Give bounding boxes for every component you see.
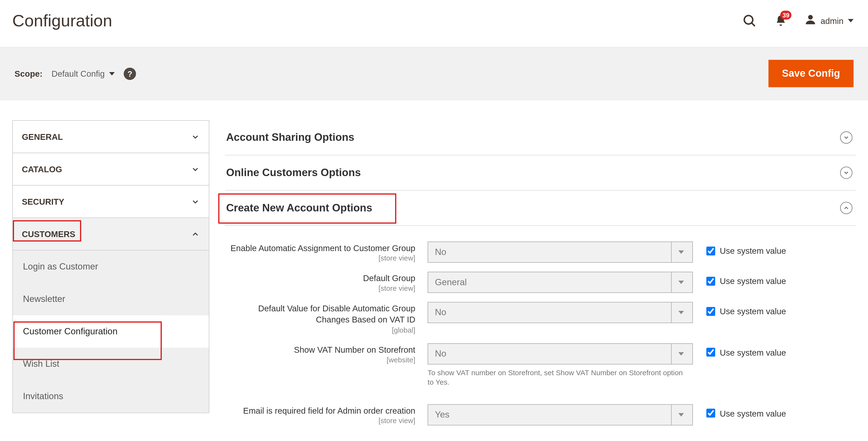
svg-line-1 bbox=[752, 23, 755, 26]
field-scope: [store view] bbox=[225, 416, 415, 425]
chevron-down-icon bbox=[671, 302, 690, 323]
sidebar-group-catalog[interactable]: Catalog bbox=[13, 153, 209, 185]
field-show-vat-storefront: Show VAT Number on Storefront [website] … bbox=[225, 343, 856, 387]
use-system-checkbox[interactable] bbox=[706, 307, 715, 316]
field-hint: To show VAT number on Storefront, set Sh… bbox=[428, 368, 691, 387]
section-online-customers[interactable]: Online Customers Options bbox=[225, 155, 856, 191]
use-system-checkbox[interactable] bbox=[706, 348, 715, 357]
sidebar-group-label: General bbox=[22, 132, 63, 141]
sidebar-group-label: Security bbox=[22, 197, 64, 206]
search-icon[interactable] bbox=[742, 13, 757, 28]
chevron-down-icon bbox=[671, 272, 690, 292]
field-select[interactable]: No bbox=[428, 343, 693, 364]
config-sidebar: General Catalog Security Customers Login… bbox=[12, 120, 209, 413]
scope-selector[interactable]: Default Config bbox=[52, 69, 115, 78]
section-title: Online Customers Options bbox=[226, 167, 361, 179]
use-system-checkbox[interactable] bbox=[706, 276, 715, 285]
help-icon[interactable]: ? bbox=[124, 67, 136, 79]
chevron-down-icon bbox=[671, 242, 690, 262]
use-system-checkbox[interactable] bbox=[706, 409, 715, 418]
field-default-group: Default Group [store view] General Use s… bbox=[225, 272, 856, 293]
field-scope: [store view] bbox=[225, 284, 415, 293]
field-label: Email is required field for Admin order … bbox=[225, 405, 415, 416]
select-value: General bbox=[435, 277, 467, 287]
user-name: admin bbox=[820, 16, 843, 25]
sidebar-group-general[interactable]: General bbox=[13, 121, 209, 153]
field-select[interactable]: Yes bbox=[428, 404, 693, 425]
sidebar-item-newsletter[interactable]: Newsletter bbox=[13, 283, 209, 315]
user-icon bbox=[805, 13, 816, 28]
chevron-down-icon bbox=[191, 197, 200, 206]
sidebar-group-label: Customers bbox=[22, 229, 75, 239]
select-value: No bbox=[435, 307, 446, 318]
field-scope: [store view] bbox=[225, 254, 415, 263]
notifications-icon[interactable]: 39 bbox=[775, 14, 787, 27]
field-email-required-admin: Email is required field for Admin order … bbox=[225, 404, 856, 425]
chevron-down-icon bbox=[191, 132, 200, 141]
sidebar-item-invitations[interactable]: Invitations bbox=[13, 380, 209, 412]
expand-icon bbox=[840, 167, 852, 179]
notifications-badge: 39 bbox=[780, 11, 792, 20]
select-value: Yes bbox=[435, 410, 450, 420]
sidebar-group-label: Catalog bbox=[22, 164, 62, 174]
select-value: No bbox=[435, 247, 446, 257]
field-select[interactable]: General bbox=[428, 272, 693, 293]
field-label: Default Value for Disable Automatic Grou… bbox=[225, 303, 415, 326]
use-system-label: Use system value bbox=[720, 347, 786, 357]
use-system-label: Use system value bbox=[720, 408, 786, 418]
svg-point-0 bbox=[744, 15, 753, 24]
field-scope: [global] bbox=[225, 326, 415, 334]
use-system-label: Use system value bbox=[720, 276, 786, 286]
field-default-disable-auto-group: Default Value for Disable Automatic Grou… bbox=[225, 302, 856, 334]
chevron-down-icon bbox=[671, 404, 690, 425]
chevron-down-icon bbox=[191, 165, 200, 174]
save-config-button[interactable]: Save Config bbox=[769, 60, 854, 87]
sidebar-item-customer-configuration[interactable]: Customer Configuration bbox=[13, 315, 209, 348]
sidebar-group-security[interactable]: Security bbox=[13, 185, 209, 218]
field-enable-auto-assignment: Enable Automatic Assignment to Customer … bbox=[225, 241, 856, 263]
section-title: Create New Account Options bbox=[226, 202, 372, 214]
chevron-down-icon bbox=[848, 19, 854, 23]
collapse-icon bbox=[840, 202, 852, 214]
scope-value: Default Config bbox=[52, 69, 105, 78]
scope-label: Scope: bbox=[14, 69, 42, 78]
chevron-down-icon bbox=[109, 72, 115, 75]
select-value: No bbox=[435, 348, 446, 359]
use-system-checkbox[interactable] bbox=[706, 246, 715, 255]
field-select[interactable]: No bbox=[428, 302, 693, 323]
sidebar-item-login-as-customer[interactable]: Login as Customer bbox=[13, 250, 209, 283]
page-title: Configuration bbox=[12, 11, 112, 30]
field-select[interactable]: No bbox=[428, 241, 693, 263]
svg-point-2 bbox=[808, 15, 813, 20]
field-label: Default Group bbox=[225, 273, 415, 284]
expand-icon bbox=[840, 131, 852, 144]
sidebar-item-wish-list[interactable]: Wish List bbox=[13, 348, 209, 380]
field-label: Show VAT Number on Storefront bbox=[225, 344, 415, 355]
field-scope: [website] bbox=[225, 355, 415, 364]
sidebar-group-customers[interactable]: Customers bbox=[13, 218, 209, 250]
chevron-down-icon bbox=[671, 343, 690, 364]
use-system-label: Use system value bbox=[720, 246, 786, 256]
field-label: Enable Automatic Assignment to Customer … bbox=[225, 243, 415, 254]
section-create-new-account[interactable]: Create New Account Options bbox=[225, 191, 856, 226]
section-title: Account Sharing Options bbox=[226, 131, 354, 144]
section-account-sharing[interactable]: Account Sharing Options bbox=[225, 120, 856, 156]
use-system-label: Use system value bbox=[720, 306, 786, 316]
user-menu[interactable]: admin bbox=[805, 13, 854, 28]
chevron-up-icon bbox=[191, 230, 200, 239]
